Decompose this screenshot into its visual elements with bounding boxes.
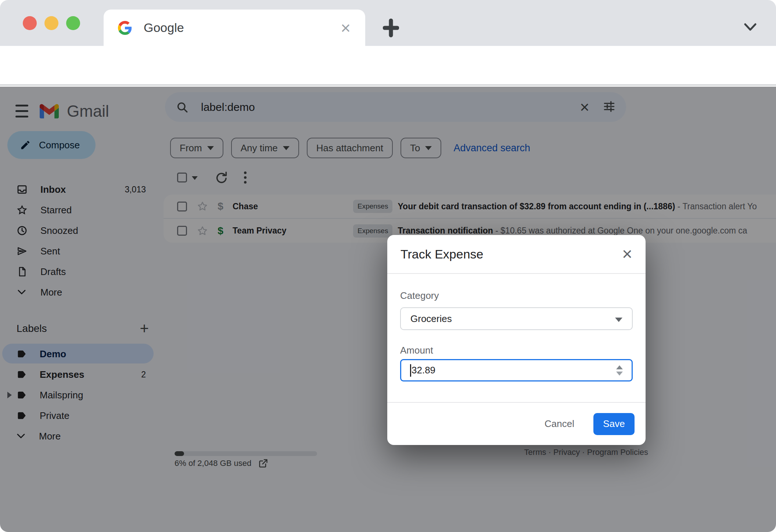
close-window-button[interactable] xyxy=(23,16,37,30)
amount-input[interactable]: 32.89 xyxy=(400,359,633,381)
zoom-window-button[interactable] xyxy=(66,16,80,30)
amount-label: Amount xyxy=(400,345,633,356)
dialog-title: Track Expense xyxy=(400,247,484,261)
tab-strip: Google × xyxy=(0,0,776,46)
stepper-up-icon[interactable] xyxy=(616,365,623,369)
tab-title: Google xyxy=(144,21,184,35)
google-favicon-icon xyxy=(118,21,132,35)
number-stepper[interactable] xyxy=(616,365,623,376)
dialog-footer: Cancel Save xyxy=(387,402,646,445)
text-cursor xyxy=(410,364,411,377)
close-icon[interactable]: × xyxy=(622,245,632,263)
track-expense-dialog: Track Expense × Category Groceries Amoun… xyxy=(387,235,646,445)
save-button[interactable]: Save xyxy=(593,413,635,435)
category-label: Category xyxy=(400,290,633,301)
browser-window: Google × gmail.com xyxy=(0,0,776,532)
amount-value: 32.89 xyxy=(412,365,435,376)
window-controls xyxy=(23,16,80,30)
browser-toolbar: gmail.com xyxy=(0,46,776,86)
new-tab-icon[interactable] xyxy=(383,18,399,40)
stepper-down-icon[interactable] xyxy=(616,372,623,376)
category-value: Groceries xyxy=(410,313,452,325)
cancel-button[interactable]: Cancel xyxy=(542,418,576,430)
category-select[interactable]: Groceries xyxy=(400,307,633,330)
browser-tab[interactable]: Google × xyxy=(104,10,365,46)
dialog-header: Track Expense × xyxy=(387,235,646,274)
chevron-down-icon xyxy=(615,318,622,322)
tab-search-chevron-icon[interactable] xyxy=(744,23,757,33)
tab-close-icon[interactable]: × xyxy=(341,19,351,36)
minimize-window-button[interactable] xyxy=(44,16,58,30)
